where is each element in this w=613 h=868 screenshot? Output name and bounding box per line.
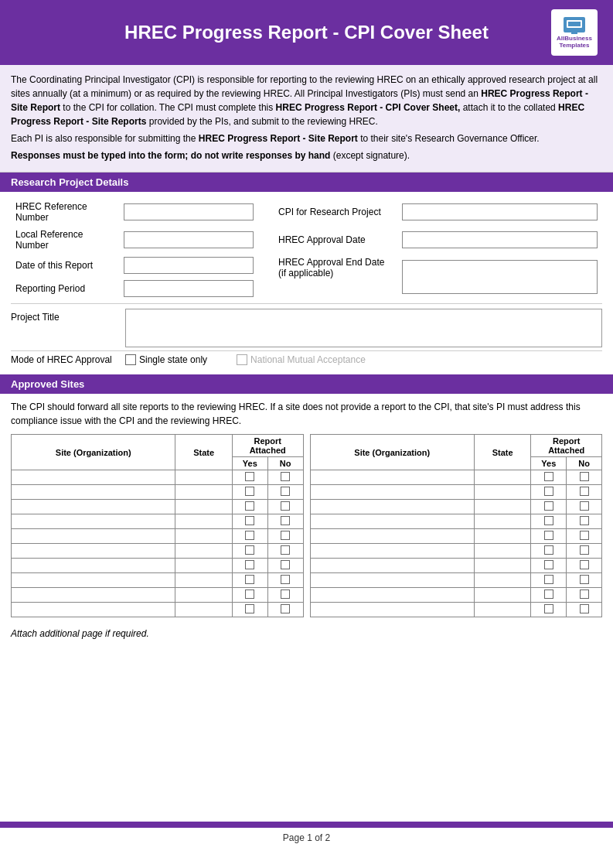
yes-checkbox[interactable] xyxy=(245,501,254,511)
no-checkbox[interactable] xyxy=(281,472,290,481)
org-input[interactable] xyxy=(15,561,172,570)
yes-checkbox[interactable] xyxy=(245,545,254,555)
org-input[interactable] xyxy=(15,546,172,555)
org-input[interactable] xyxy=(15,531,172,541)
hrec-approval-date-input[interactable] xyxy=(402,231,598,248)
no-checkbox[interactable] xyxy=(281,516,290,525)
yes-checkbox[interactable] xyxy=(245,472,254,481)
state-input[interactable] xyxy=(179,517,229,526)
yes-checkbox[interactable] xyxy=(544,575,553,584)
org-input[interactable] xyxy=(314,487,471,497)
no-checkbox[interactable] xyxy=(281,560,290,569)
hrec-ref-input[interactable] xyxy=(124,203,254,220)
org-input[interactable] xyxy=(15,502,172,511)
yes-checkbox[interactable] xyxy=(245,516,254,525)
cpi-research-input[interactable] xyxy=(402,203,598,220)
state-input[interactable] xyxy=(478,531,528,541)
yes-checkbox[interactable] xyxy=(544,545,553,555)
no-checkbox[interactable] xyxy=(580,531,589,540)
yes-checkbox[interactable] xyxy=(245,589,254,599)
state-input[interactable] xyxy=(478,590,528,600)
state-input[interactable] xyxy=(179,531,229,541)
no-checkbox[interactable] xyxy=(580,560,589,569)
research-details-section: HREC Reference Number CPI for Research P… xyxy=(0,192,613,374)
org-input[interactable] xyxy=(314,473,471,482)
single-state-checkbox[interactable] xyxy=(125,354,136,365)
org-cell xyxy=(12,470,175,485)
no-checkbox[interactable] xyxy=(281,545,290,555)
state-input[interactable] xyxy=(478,576,528,585)
state-input[interactable] xyxy=(478,561,528,570)
footer-bar xyxy=(0,822,613,828)
yes-checkbox[interactable] xyxy=(245,604,254,613)
state-input[interactable] xyxy=(478,502,528,511)
org-input[interactable] xyxy=(314,531,471,541)
yes-cell xyxy=(232,470,267,485)
org-input[interactable] xyxy=(314,546,471,555)
state-input[interactable] xyxy=(179,561,229,570)
state-input[interactable] xyxy=(179,576,229,585)
state-input[interactable] xyxy=(478,605,528,614)
state-input[interactable] xyxy=(478,473,528,482)
yes-checkbox[interactable] xyxy=(245,575,254,584)
no-checkbox[interactable] xyxy=(281,589,290,599)
yes-checkbox[interactable] xyxy=(245,487,254,496)
no-checkbox[interactable] xyxy=(281,487,290,496)
yes-checkbox[interactable] xyxy=(544,501,553,511)
state-input[interactable] xyxy=(478,517,528,526)
yes-checkbox[interactable] xyxy=(544,589,553,599)
no-cell xyxy=(567,603,602,617)
org-input[interactable] xyxy=(15,473,172,482)
no-checkbox[interactable] xyxy=(580,501,589,511)
org-input[interactable] xyxy=(15,590,172,600)
yes-checkbox[interactable] xyxy=(544,604,553,613)
org-input[interactable] xyxy=(314,502,471,511)
date-report-input[interactable] xyxy=(124,257,254,274)
yes-checkbox[interactable] xyxy=(544,472,553,481)
org-input[interactable] xyxy=(314,517,471,526)
org-input[interactable] xyxy=(15,605,172,614)
org-cell xyxy=(310,470,474,485)
org-input[interactable] xyxy=(314,605,471,614)
state-input[interactable] xyxy=(179,546,229,555)
state-input[interactable] xyxy=(179,502,229,511)
yes-checkbox[interactable] xyxy=(544,531,553,540)
project-title-input[interactable] xyxy=(125,309,602,347)
no-checkbox[interactable] xyxy=(580,575,589,584)
state-input[interactable] xyxy=(179,590,229,600)
org-input[interactable] xyxy=(15,576,172,585)
state-input[interactable] xyxy=(179,473,229,482)
no-checkbox[interactable] xyxy=(580,589,589,599)
nma-checkbox[interactable] xyxy=(237,354,247,365)
no-checkbox[interactable] xyxy=(281,604,290,613)
no-checkbox[interactable] xyxy=(580,487,589,496)
org-input[interactable] xyxy=(314,561,471,570)
no-checkbox[interactable] xyxy=(580,472,589,481)
org-input[interactable] xyxy=(314,590,471,600)
state-input[interactable] xyxy=(179,605,229,614)
table-row xyxy=(310,573,602,588)
no-checkbox[interactable] xyxy=(580,516,589,525)
no-checkbox[interactable] xyxy=(580,604,589,613)
yes-checkbox[interactable] xyxy=(245,531,254,540)
state-input[interactable] xyxy=(478,487,528,497)
intro-text-6: to their site's Research Governance Offi… xyxy=(358,133,540,144)
state-input[interactable] xyxy=(478,546,528,555)
yes-checkbox[interactable] xyxy=(544,516,553,525)
yes-cell xyxy=(531,470,567,485)
yes-checkbox[interactable] xyxy=(544,560,553,569)
state-input[interactable] xyxy=(179,487,229,497)
no-checkbox[interactable] xyxy=(281,501,290,511)
org-input[interactable] xyxy=(15,487,172,497)
org-input[interactable] xyxy=(15,517,172,526)
no-checkbox[interactable] xyxy=(281,531,290,540)
reporting-period-input[interactable] xyxy=(124,280,254,297)
no-checkbox[interactable] xyxy=(281,575,290,584)
yes-checkbox[interactable] xyxy=(245,560,254,569)
no-checkbox[interactable] xyxy=(580,545,589,555)
hrec-end-date-input[interactable] xyxy=(402,260,598,294)
org-input[interactable] xyxy=(314,576,471,585)
yes-checkbox[interactable] xyxy=(544,487,553,496)
local-ref-input[interactable] xyxy=(124,231,254,248)
table-row xyxy=(12,529,304,544)
